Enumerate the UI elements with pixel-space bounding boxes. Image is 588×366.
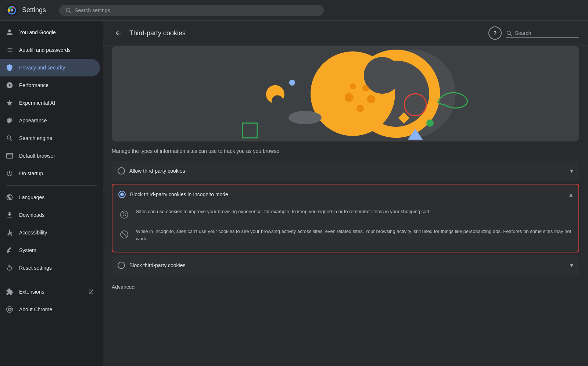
content-search-icon [506,30,512,36]
detail-text-block: While in Incognito, sites can't use your… [136,228,573,242]
svg-point-37 [125,215,126,216]
svg-point-21 [364,57,401,94]
svg-point-38 [123,215,124,216]
sidebar-item-you-and-google[interactable]: You and Google [0,24,100,41]
svg-point-10 [9,230,10,231]
sidebar-item-extensions[interactable]: Extensions [0,283,100,301]
wrench-icon [6,247,13,254]
sparkle-icon [6,99,13,107]
header-search-input[interactable] [75,7,318,13]
sidebar-label-reset-settings: Reset settings [19,265,94,271]
app-title: Settings [22,6,46,14]
svg-point-3 [11,9,13,11]
sidebar-item-default-browser[interactable]: Default browser [0,147,100,165]
svg-line-17 [510,34,512,36]
option-block-incognito-header[interactable]: Block third-party cookies in Incognito m… [112,184,578,204]
svg-point-34 [121,211,128,218]
sidebar-label-about-chrome: About Chrome [19,306,94,312]
radio-inner-dot [120,193,124,196]
sidebar-item-experimental-ai[interactable]: Experimental AI [0,94,100,112]
detail-text-cookie: Sites can use cookies to improve your br… [136,208,429,215]
sidebar-divider-2 [6,280,97,280]
svg-point-35 [123,214,124,215]
sidebar-label-search-engine: Search engine [19,135,94,141]
back-button[interactable] [112,26,125,40]
sidebar-label-privacy-security: Privacy and security [19,65,94,71]
puzzle-icon [6,288,13,295]
cookie-svg [112,46,579,141]
radio-block-incognito [118,191,126,198]
main-layout: You and Google Autofill and passwords Pr… [0,21,588,366]
cookie-illustration [112,46,579,141]
header-search-icon [65,7,72,14]
power-icon [6,170,13,177]
svg-point-9 [8,154,9,155]
sidebar-label-extensions: Extensions [19,289,82,295]
option-allow-cookies[interactable]: Allow third-party cookies ▾ [112,161,579,181]
cookie-detail-icon [118,209,130,220]
content-header: Third-party cookies ? [103,21,588,46]
svg-point-26 [350,83,356,89]
svg-point-24 [367,95,375,103]
accessibility-icon [6,229,13,236]
option-block-incognito-label: Block third-party cookies in Incognito m… [130,191,565,197]
sidebar-item-about-chrome[interactable]: About Chrome [0,301,100,318]
content-search-input[interactable] [515,30,579,36]
detail-row-block: While in Incognito, sites can't use your… [118,224,573,246]
sidebar-item-downloads[interactable]: Downloads [0,206,100,224]
svg-point-22 [345,93,354,102]
sidebar-item-search-engine[interactable]: Search engine [0,129,100,147]
sidebar-item-accessibility[interactable]: Accessibility [0,224,100,241]
person-icon [6,29,13,36]
svg-point-29 [426,119,434,127]
paint-icon [6,117,13,124]
gauge-icon [6,82,13,89]
sidebar-label-default-browser: Default browser [19,153,94,159]
sidebar-item-privacy-security[interactable]: Privacy and security [0,59,100,76]
svg-line-5 [69,11,71,13]
detail-row-cookie: Sites can use cookies to improve your br… [118,204,573,224]
sidebar-label-downloads: Downloads [19,212,94,218]
content-search-bar[interactable] [506,29,579,38]
reset-icon [6,264,13,272]
chrome-logo-icon [6,4,18,16]
svg-point-27 [289,80,295,86]
sidebar-item-autofill[interactable]: Autofill and passwords [0,41,100,59]
sidebar-divider-1 [6,185,97,186]
sidebar-item-on-startup[interactable]: On startup [0,165,100,182]
radio-allow [118,167,125,175]
chrome-icon [6,306,13,313]
svg-point-33 [288,111,322,124]
svg-line-40 [122,232,127,237]
svg-rect-6 [7,153,13,158]
description-text: Manage the types of information sites ca… [103,141,588,161]
help-button[interactable]: ? [488,26,502,40]
sidebar-label-experimental-ai: Experimental AI [19,100,94,106]
sidebar-item-appearance[interactable]: Appearance [0,112,100,129]
external-link-icon [88,289,94,295]
option-block-all-label: Block third-party cookies [129,262,566,268]
content-header-right: ? [488,26,579,40]
sidebar-label-appearance: Appearance [19,118,94,123]
svg-point-8 [7,154,8,155]
globe-icon [6,194,13,201]
sidebar-item-performance[interactable]: Performance [0,76,100,94]
advanced-section: Advanced [103,278,588,296]
chevron-down-icon-2: ▾ [570,261,573,269]
option-allow-label: Allow third-party cookies [129,168,566,174]
shield-icon [6,64,13,71]
option-block-incognito: Block third-party cookies in Incognito m… [112,184,579,252]
expanded-details: Sites can use cookies to improve your br… [112,204,578,252]
sidebar-item-reset-settings[interactable]: Reset settings [0,259,100,277]
sidebar-label-languages: Languages [19,194,94,200]
sidebar-label-system: System [19,247,94,253]
sidebar-label-accessibility: Accessibility [19,230,94,236]
svg-point-25 [362,85,369,92]
header-search-bar[interactable] [59,5,324,16]
page-title: Third-party cookies [129,29,484,37]
chevron-down-icon: ▾ [570,167,573,175]
option-block-all-cookies[interactable]: Block third-party cookies ▾ [112,255,579,275]
sidebar-item-system[interactable]: System [0,241,100,259]
sidebar-item-languages[interactable]: Languages [0,189,100,206]
sidebar-label-on-startup: On startup [19,171,94,176]
